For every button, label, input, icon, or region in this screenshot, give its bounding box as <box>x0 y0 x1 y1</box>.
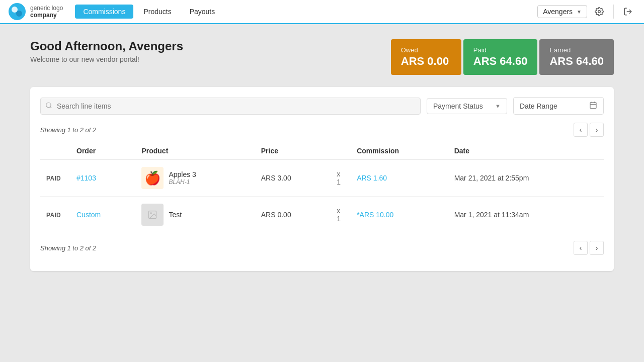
chevron-down-icon: ▼ <box>577 9 582 15</box>
col-product: Product <box>135 143 255 159</box>
logout-button[interactable] <box>620 4 636 20</box>
payouts-nav-button[interactable]: Payouts <box>182 5 223 19</box>
gear-icon <box>595 7 604 16</box>
showing-text-top: Showing 1 to 2 of 2 <box>40 126 96 134</box>
brand-logo-icon <box>8 3 26 21</box>
row-product: Test <box>135 197 255 233</box>
nav-links: Commissions Products Payouts <box>75 5 537 19</box>
commissions-nav-button[interactable]: Commissions <box>75 5 133 19</box>
date-range-filter[interactable]: Date Range <box>513 97 604 115</box>
brand-logo-text: generic logo <box>30 5 63 12</box>
stat-paid: Paid ARS 64.60 <box>463 39 538 75</box>
svg-rect-7 <box>590 103 596 109</box>
nav-divider <box>613 5 614 19</box>
row-price: ARS 0.00 <box>255 197 331 233</box>
svg-point-3 <box>598 11 601 13</box>
search-wrapper <box>40 98 421 115</box>
col-price: Price <box>255 143 331 159</box>
search-input[interactable] <box>40 98 421 115</box>
table-body: PAID#1103🍎Apples 3BLAH-1ARS 3.00x 1ARS 1… <box>40 159 604 233</box>
chevron-right-icon: › <box>596 126 598 134</box>
row-qty: x 1 <box>331 159 351 197</box>
product-sku: BLAH-1 <box>169 178 196 186</box>
bottom-pagination-buttons: ‹ › <box>574 241 604 255</box>
order-link[interactable]: Custom <box>76 211 101 219</box>
prev-page-button-top[interactable]: ‹ <box>574 123 588 137</box>
navbar: generic logo company Commissions Product… <box>0 0 644 24</box>
products-nav-button[interactable]: Products <box>135 5 179 19</box>
row-date: Mar 21, 2021 at 2:55pm <box>448 159 604 197</box>
filters-row: Payment Status ▼ Date Range <box>40 97 604 115</box>
product-image-placeholder <box>141 204 164 226</box>
logout-icon <box>623 7 632 16</box>
vendor-selector[interactable]: Avengers ▼ <box>537 5 587 18</box>
prev-page-button-bottom[interactable]: ‹ <box>574 241 588 255</box>
status-badge: PAID <box>46 212 61 219</box>
greeting: Good Afternoon, Avengers Welcome to our … <box>30 39 183 63</box>
row-date: Mar 1, 2021 at 11:34am <box>448 197 604 233</box>
table-header-row: Order Product Price Commission Date <box>40 143 604 159</box>
greeting-title: Good Afternoon, Avengers <box>30 39 183 53</box>
date-range-label: Date Range <box>520 102 557 110</box>
commission-link[interactable]: *ARS 10.00 <box>357 211 393 219</box>
row-status: PAID <box>40 197 70 233</box>
status-badge: PAID <box>46 175 61 182</box>
chevron-right-icon: › <box>596 244 598 252</box>
table-row: PAID#1103🍎Apples 3BLAH-1ARS 3.00x 1ARS 1… <box>40 159 604 197</box>
row-product: 🍎Apples 3BLAH-1 <box>135 160 255 196</box>
svg-point-5 <box>46 103 51 107</box>
stat-earned: Earned ARS 64.60 <box>539 39 614 75</box>
row-order: #1103 <box>70 159 135 197</box>
settings-button[interactable] <box>591 4 607 20</box>
stat-earned-value: ARS 64.60 <box>549 55 604 68</box>
brand: generic logo company <box>8 3 63 21</box>
payment-status-label: Payment Status <box>433 102 483 110</box>
showing-text-bottom: Showing 1 to 2 of 2 <box>40 244 96 252</box>
top-pagination-buttons: ‹ › <box>574 123 604 137</box>
col-qty <box>331 143 351 159</box>
calendar-icon <box>589 101 597 111</box>
col-order: Order <box>70 143 135 159</box>
product-image: 🍎 <box>141 167 164 189</box>
next-page-button-top[interactable]: › <box>590 123 604 137</box>
vendor-name: Avengers <box>543 8 573 16</box>
brand-company: company <box>30 12 63 19</box>
main-content: Good Afternoon, Avengers Welcome to our … <box>0 24 644 286</box>
next-page-button-bottom[interactable]: › <box>590 241 604 255</box>
row-order: Custom <box>70 197 135 233</box>
stat-owed-value: ARS 0.00 <box>401 55 451 68</box>
row-commission: ARS 1.60 <box>351 159 448 197</box>
greeting-subtitle: Welcome to our new vendor portal! <box>30 55 183 63</box>
top-pagination-row: Showing 1 to 2 of 2 ‹ › <box>40 123 604 137</box>
commission-link[interactable]: ARS 1.60 <box>357 174 387 182</box>
search-icon <box>45 102 52 110</box>
order-link[interactable]: #1103 <box>76 174 96 182</box>
col-commission: Commission <box>351 143 448 159</box>
product-name: Test <box>169 211 182 219</box>
chevron-left-icon: ‹ <box>580 244 582 252</box>
nav-right: Avengers ▼ <box>537 4 636 20</box>
product-name: Apples 3 <box>169 170 196 178</box>
table-container: Payment Status ▼ Date Range Showing 1 to… <box>30 87 614 271</box>
row-qty: x 1 <box>331 197 351 233</box>
svg-point-12 <box>150 213 152 214</box>
commissions-table: Order Product Price Commission Date PAID… <box>40 143 604 233</box>
stat-owed: Owed ARS 0.00 <box>391 39 461 75</box>
brand-text: generic logo company <box>30 5 63 19</box>
row-status: PAID <box>40 159 70 197</box>
stat-paid-value: ARS 64.60 <box>473 55 528 68</box>
stat-earned-label: Earned <box>549 46 604 54</box>
stats-row: Owed ARS 0.00 Paid ARS 64.60 Earned ARS … <box>391 39 614 75</box>
chevron-left-icon: ‹ <box>580 126 582 134</box>
row-price: ARS 3.00 <box>255 159 331 197</box>
col-date: Date <box>448 143 604 159</box>
greeting-row: Good Afternoon, Avengers Welcome to our … <box>30 39 614 75</box>
payment-status-filter[interactable]: Payment Status ▼ <box>427 98 507 114</box>
svg-point-1 <box>12 7 18 13</box>
product-info: Apples 3BLAH-1 <box>169 170 196 186</box>
product-info: Test <box>169 211 182 219</box>
svg-point-2 <box>16 11 22 17</box>
row-commission: *ARS 10.00 <box>351 197 448 233</box>
bottom-pagination-row: Showing 1 to 2 of 2 ‹ › <box>40 241 604 255</box>
chevron-down-icon: ▼ <box>495 103 501 109</box>
